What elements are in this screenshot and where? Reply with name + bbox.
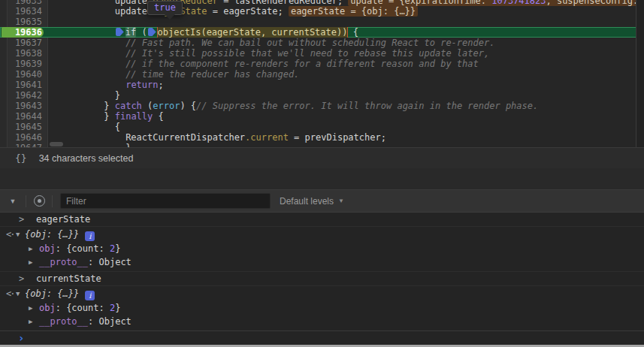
tree-row[interactable]: ▶obj: {count: 2} [0, 301, 644, 315]
code-line[interactable]: 19647 } [0, 143, 644, 147]
tree-token: Object [98, 257, 131, 267]
line-number-text: 19638 [15, 48, 42, 59]
console-input-row[interactable]: >eagerState [0, 213, 644, 227]
code-token: update = {expirationTime: [350, 0, 491, 6]
code-text[interactable]: } [48, 143, 636, 147]
info-icon[interactable]: i [85, 291, 95, 300]
console-input-row[interactable]: >currentState [0, 272, 644, 286]
tree-row[interactable]: ▶obj: {count: 2} [0, 242, 644, 255]
line-number[interactable]: 19636 [0, 27, 48, 38]
code-text[interactable]: // It's still possible that we'll need t… [48, 48, 636, 59]
code-token: = prevDispatcher; [289, 132, 386, 143]
code-token: = eagerState; [207, 6, 289, 17]
code-token: { [347, 27, 358, 38]
editor-vertical-scrollbar[interactable] [636, 0, 644, 147]
return-value-icon: <· [6, 286, 14, 301]
log-levels-dropdown[interactable]: Default levels ▼ [280, 196, 344, 207]
console-filter-input[interactable] [60, 193, 271, 209]
line-number[interactable]: 19641 [0, 80, 48, 90]
tree-token: obj [39, 303, 56, 313]
line-number[interactable]: 19633 [0, 0, 48, 6]
line-number[interactable]: 19639 [0, 59, 48, 69]
console-prompt-chevron-icon: › [18, 331, 24, 345]
code-token: // It's still possible that we'll need t… [50, 48, 489, 59]
code-text[interactable]: } finally { [48, 111, 636, 122]
collapse-triangle-icon[interactable]: ▼ [16, 286, 20, 301]
code-text[interactable] [48, 17, 636, 27]
code-line[interactable]: 19634 update.eagerState = eagerState; ea… [0, 6, 644, 17]
return-value-icon: <· [6, 227, 14, 242]
code-text[interactable]: ReactCurrentDispatcher.current = prevDis… [48, 132, 636, 143]
line-number[interactable]: 19637 [0, 38, 48, 48]
expand-triangle-icon[interactable]: ▶ [29, 242, 32, 255]
code-line[interactable]: 19639 // if the component re-renders for… [0, 59, 644, 69]
selected-expression[interactable]: objectIs(eagerState, currentState)) [158, 27, 348, 38]
code-line[interactable]: 19646 ReactCurrentDispatcher.current = p… [0, 132, 644, 143]
code-token: } [50, 90, 120, 101]
object-preview[interactable]: {obj: {…}} [25, 229, 79, 240]
code-text[interactable]: // time the reducer has changed. [48, 69, 636, 80]
code-line[interactable]: 19643 } catch (error) {// Suppress the e… [0, 101, 644, 111]
console-result-row[interactable]: <·▼{obj: {…}}i [0, 286, 644, 301]
code-line[interactable]: 19637 // Fast path. We can bail out with… [0, 38, 644, 48]
code-line[interactable]: 19641 return; [0, 80, 644, 90]
code-line[interactable]: 19638 // It's still possible that we'll … [0, 48, 644, 59]
line-number[interactable]: 19647 [0, 143, 48, 147]
line-number-text: 19639 [15, 59, 42, 69]
code-text[interactable]: { [48, 122, 636, 132]
code-line[interactable]: 19635 [0, 17, 644, 27]
line-number[interactable]: 19642 [0, 90, 48, 101]
inline-breakpoint-marker[interactable] [148, 28, 156, 36]
console-prompt[interactable]: › [0, 330, 644, 345]
code-line[interactable]: 19642 } [0, 90, 644, 101]
inline-breakpoint-marker[interactable] [116, 28, 124, 36]
code-text[interactable]: } catch (error) {// Suppress the error. … [48, 101, 636, 111]
code-text[interactable]: update.eagerState = eagerState; eagerSta… [48, 6, 636, 17]
editor-horizontal-scrollbar-thumb[interactable] [50, 142, 63, 146]
tree-token: __proto__ [39, 316, 88, 327]
line-number-text: 19644 [15, 111, 42, 122]
line-number[interactable]: 19635 [0, 17, 48, 27]
object-preview[interactable]: {obj: {…}} [25, 288, 79, 299]
code-line[interactable]: 19644 } finally { [0, 111, 644, 122]
code-line[interactable]: 19640 // time the reducer has changed. [0, 69, 644, 80]
line-number[interactable]: 19644 [0, 111, 48, 122]
code-line[interactable]: 19636 if (objectIs(eagerState, currentSt… [0, 27, 644, 38]
tree-token: } [115, 303, 120, 313]
line-number-text: 19647 [15, 143, 42, 147]
code-token: update [50, 0, 147, 6]
code-token: error [153, 101, 180, 111]
code-token: } [50, 101, 115, 111]
expand-triangle-icon[interactable]: ▶ [29, 301, 32, 315]
console-result-row[interactable]: <·▼{obj: {…}}i [0, 227, 644, 242]
line-number[interactable]: 19640 [0, 69, 48, 80]
console-messages[interactable]: >eagerState<·▼{obj: {…}}i▶obj: {count: 2… [0, 213, 644, 330]
code-text[interactable]: return; [48, 80, 636, 90]
code-text[interactable]: if (objectIs(eagerState, currentState)) … [48, 27, 636, 38]
tree-row[interactable]: ▶__proto__: Object [0, 315, 644, 328]
pretty-print-icon[interactable]: {} [15, 152, 27, 164]
tree-row[interactable]: ▶__proto__: Object [0, 255, 644, 269]
line-number[interactable]: 19646 [0, 132, 48, 143]
collapse-triangle-icon[interactable]: ▼ [16, 227, 20, 242]
live-expression-eye-icon[interactable] [26, 195, 52, 207]
expand-triangle-icon[interactable]: ▶ [29, 255, 32, 269]
code-line[interactable]: 19645 { [0, 122, 644, 132]
tree-token: : [88, 257, 98, 267]
code-line[interactable]: 19633 update.eagerReducer = lastRendered… [0, 0, 644, 6]
console-collapse-caret-icon[interactable]: ▼ [0, 198, 26, 205]
line-number[interactable]: 19645 [0, 122, 48, 132]
info-icon[interactable]: i [85, 231, 95, 241]
code-token: = lastRenderedReducer; [218, 0, 348, 6]
sources-status-bar: {} 34 characters selected [0, 147, 644, 168]
expand-triangle-icon[interactable]: ▶ [29, 315, 32, 328]
code-text[interactable]: } [48, 90, 636, 101]
code-text[interactable]: // if the component re-renders for a dif… [48, 59, 636, 69]
line-number[interactable]: 19638 [0, 48, 48, 59]
line-number[interactable]: 19643 [0, 101, 48, 111]
code-text[interactable]: // Fast path. We can bail out without sc… [48, 38, 636, 48]
line-number[interactable]: 19634 [0, 6, 48, 17]
tree-token: Object [98, 316, 131, 327]
source-editor[interactable]: 19633 update.eagerReducer = lastRendered… [0, 0, 644, 147]
code-text[interactable]: update.eagerReducer = lastRenderedReduce… [48, 0, 636, 6]
